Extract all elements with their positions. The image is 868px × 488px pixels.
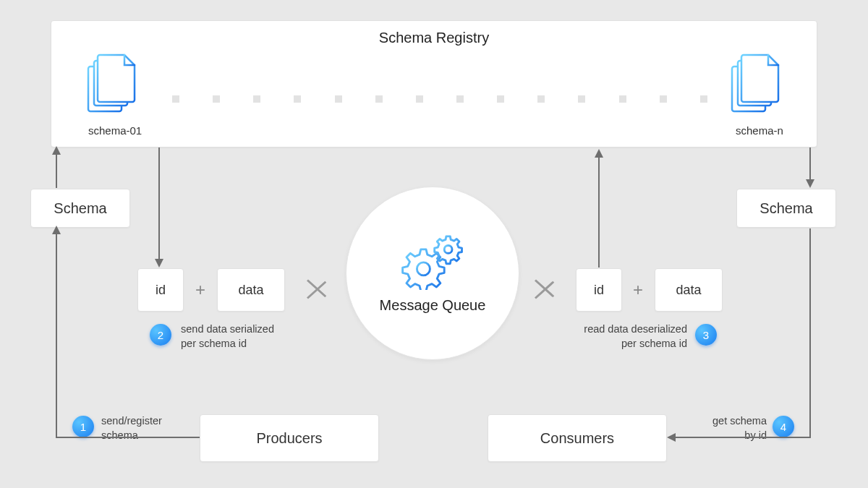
svg-marker-23 — [667, 433, 676, 442]
consumers-box: Consumers — [488, 414, 667, 462]
document-stack-icon — [731, 53, 781, 119]
document-stack-icon — [87, 53, 137, 119]
plus-icon: + — [633, 280, 643, 300]
ellipsis-dots — [172, 95, 707, 103]
arrow-registry-to-id — [145, 147, 174, 270]
schema-right-label: schema-n — [736, 124, 783, 137]
svg-marker-16 — [52, 146, 61, 155]
arrow-schema-to-consumers — [664, 228, 830, 445]
svg-marker-22 — [806, 179, 814, 188]
svg-marker-14 — [52, 226, 61, 234]
registry-title: Schema Registry — [379, 30, 489, 46]
svg-marker-20 — [595, 149, 603, 158]
schema-box-right: Schema — [736, 189, 836, 228]
producers-box: Producers — [200, 414, 379, 462]
arrow-producers-to-schema — [43, 208, 203, 447]
data-box-left: data — [217, 268, 285, 312]
svg-point-13 — [444, 245, 452, 253]
arrow-id-to-registry — [584, 147, 613, 270]
schema-registry-box: Schema Registry — [51, 20, 817, 147]
arrow-registry-to-schema-right — [796, 147, 825, 191]
chevron-right-icon — [307, 270, 328, 308]
id-box-right: id — [576, 268, 622, 312]
chevron-right-icon — [535, 270, 556, 308]
message-queue-circle: Message Queue — [346, 187, 519, 360]
svg-point-12 — [417, 262, 430, 275]
schema-left-label: schema-01 — [88, 124, 142, 137]
message-queue-label: Message Queue — [380, 297, 486, 314]
gears-icon — [400, 234, 465, 290]
arrow-schema-to-registry — [43, 145, 87, 191]
svg-marker-18 — [155, 259, 163, 267]
